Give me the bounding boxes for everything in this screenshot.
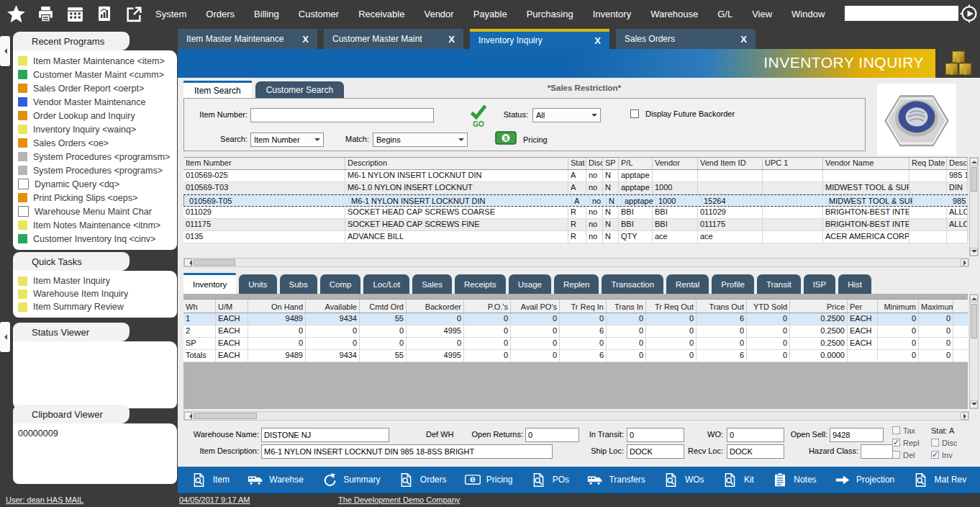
tab-subs[interactable]: Subs <box>280 274 317 294</box>
program-item-customer-master-maint-cumm[interactable]: Customer Master Maint <cumm> <box>13 68 177 81</box>
toolbar-button-kit[interactable]: Kit <box>722 472 754 488</box>
column-header-p-l[interactable]: P/L <box>619 158 653 169</box>
table-row[interactable]: 010569-T03M6-1.0 NYLON INSERT LOCKNUTAno… <box>183 182 968 194</box>
menu-item-receivable[interactable]: Receivable <box>358 9 404 19</box>
toolbar-button-orders[interactable]: Orders <box>399 472 447 488</box>
ship-loc-field[interactable] <box>627 444 684 459</box>
table-row[interactable]: TotalsEACH9489943455499500600600.0000000 <box>183 350 968 362</box>
column-header-maximum[interactable]: Maximum <box>919 300 953 313</box>
menu-item-vendor[interactable]: Vendor <box>424 9 453 19</box>
scroll-left-icon[interactable] <box>184 259 192 266</box>
tab-item-search[interactable]: Item Search <box>183 81 252 98</box>
display-future-backorder[interactable]: Display Future Backorder <box>630 109 735 118</box>
program-item-customer-inventory-inq-cinv[interactable]: Customer Inventory Inq <cinv> <box>13 232 177 246</box>
column-header-p-o-s[interactable]: P.O.'s <box>464 300 511 313</box>
print-icon[interactable] <box>35 4 55 24</box>
item-number-input[interactable] <box>250 108 434 122</box>
column-header-disc[interactable]: Disc <box>586 158 603 169</box>
program-item-vendor-master-maintenance[interactable]: Vendor Master Maintenance <box>13 95 177 109</box>
tab-isp[interactable]: ISP <box>804 274 836 294</box>
program-item-system-procedures-programsm[interactable]: System Procedures <programsm> <box>13 150 177 163</box>
scroll-down-icon[interactable] <box>970 400 978 408</box>
checkbox-repl[interactable] <box>892 439 900 447</box>
program-item-order-lookup-and-inquiry[interactable]: Order Lookup and Inquiry <box>13 109 177 122</box>
column-header-item-number[interactable]: Item Number <box>183 158 345 169</box>
checkbox-disc[interactable] <box>931 439 939 447</box>
column-header-description[interactable]: Description <box>345 158 568 169</box>
column-header-trans-in[interactable]: Trans In <box>607 300 646 313</box>
column-header-per[interactable]: Per <box>848 300 878 313</box>
in-transit-field[interactable] <box>627 428 684 442</box>
checkbox-inv[interactable] <box>931 451 939 459</box>
favorites-star-icon[interactable] <box>6 4 26 24</box>
tab-sales-orders[interactable]: Sales OrdersX <box>616 29 756 49</box>
tab-inventory-inquiry[interactable]: Inventory InquiryX <box>470 29 609 49</box>
item-table-vscrollbar[interactable] <box>969 157 979 256</box>
tab-sales[interactable]: Sales <box>412 274 452 294</box>
program-item-warehouse-item-inquiry[interactable]: Warehouse Item Inquiry <box>13 287 177 300</box>
tab-receipts[interactable]: Receipts <box>455 274 506 294</box>
global-search-input[interactable] <box>845 6 958 21</box>
menu-item-system[interactable]: System <box>155 9 186 19</box>
close-icon[interactable]: X <box>448 34 455 45</box>
warehouse-name-field[interactable] <box>261 428 389 442</box>
table-row[interactable]: 1EACH9489943455000000600.2500EACH000 <box>183 313 968 326</box>
column-header-minimum[interactable]: Minimum <box>878 300 919 313</box>
column-header-avail-po-s[interactable]: Avail PO's <box>511 300 560 313</box>
target-icon[interactable] <box>960 4 979 23</box>
menu-item-payable[interactable]: Payable <box>473 9 507 19</box>
menu-item-window[interactable]: Window <box>791 9 825 19</box>
table-row[interactable]: 2EACH000499500600000.2500EACH000 <box>183 326 968 338</box>
table-row[interactable]: 0135ADVANCE BILLRnoNQTYaceaceACER AMERIC… <box>183 231 968 243</box>
tab-comp[interactable]: Comp <box>320 274 361 294</box>
warehouse-vscrollbar[interactable] <box>969 294 979 409</box>
tab-customer-search[interactable]: Customer Search <box>255 81 344 98</box>
toolbar-button-notes[interactable]: Notes <box>772 472 816 488</box>
scrollbar-thumb[interactable] <box>194 413 257 419</box>
column-header-on-hand[interactable]: On Hand <box>248 300 306 313</box>
tab-profile[interactable]: Profile <box>712 274 754 294</box>
column-header-backorder[interactable]: Backorder <box>407 300 464 313</box>
close-icon[interactable]: X <box>302 34 309 45</box>
report-icon[interactable] <box>94 4 114 24</box>
scroll-down-icon[interactable] <box>970 248 978 256</box>
scroll-right-icon[interactable] <box>961 259 968 266</box>
menu-item-view[interactable]: View <box>752 9 772 19</box>
tab-loc-lot[interactable]: Loc/Lot <box>363 274 409 294</box>
toolbar-button-pos[interactable]: POs <box>531 472 569 488</box>
scroll-right-icon[interactable] <box>961 412 968 420</box>
column-header-desc[interactable]: Desc <box>947 158 968 169</box>
recv-loc-field[interactable] <box>727 444 784 459</box>
menu-item-g-l[interactable]: G/L <box>717 9 732 19</box>
hazard-class-field[interactable] <box>861 444 893 459</box>
column-header-sp[interactable]: SP <box>603 158 619 169</box>
scrollbar-thumb[interactable] <box>971 304 977 338</box>
item-table-hscrollbar[interactable] <box>183 258 969 267</box>
column-header-wh[interactable]: Wh <box>183 300 216 313</box>
scrollbar-thumb[interactable] <box>194 259 235 266</box>
status-select[interactable]: All <box>532 108 601 122</box>
flag-repl[interactable]: Repl <box>892 436 931 449</box>
pricing-button[interactable]: $ Pricing <box>495 131 548 148</box>
sidebar-collapse-handle[interactable] <box>0 36 10 66</box>
go-button[interactable]: GO <box>467 104 490 128</box>
program-item-warehouse-menu-maint-char[interactable]: Warehouse Menu Maint Char <box>13 205 177 218</box>
flag-disc[interactable]: Disc <box>931 436 973 449</box>
close-icon[interactable]: X <box>594 35 601 46</box>
program-item-item-notes-maintenance-itnm[interactable]: Item Notes Maintenance <itnm> <box>13 218 177 232</box>
wo-field[interactable] <box>727 428 784 442</box>
open-returns-field[interactable] <box>525 428 579 442</box>
program-item-dynamic-query-dq[interactable]: Dynamic Query <dq> <box>13 177 177 191</box>
column-header-tr-req-out[interactable]: Tr Req Out <box>646 300 697 313</box>
tab-item-master-maintenance[interactable]: Item Master MaintenanceX <box>178 29 317 49</box>
calendar-icon[interactable] <box>65 4 85 24</box>
table-row[interactable]: 010569-T05M6-1 NYLON INSERT LOCKNUT DINA… <box>183 194 968 207</box>
status-company[interactable]: The Development Demo Company <box>338 495 460 504</box>
open-sell-field[interactable] <box>830 428 884 442</box>
backorder-checkbox[interactable] <box>630 109 639 118</box>
match-select[interactable]: Begins <box>373 133 468 147</box>
tab-transit[interactable]: Transit <box>757 274 801 294</box>
toolbar-button-item[interactable]: Item <box>191 472 230 488</box>
item-description-field[interactable] <box>261 444 553 459</box>
tab-inventory[interactable]: Inventory <box>183 273 236 294</box>
